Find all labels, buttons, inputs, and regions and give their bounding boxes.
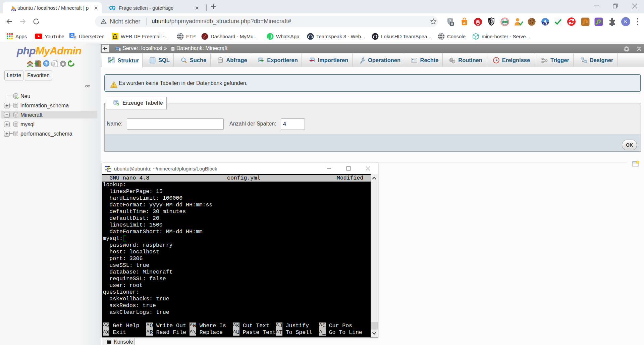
svg-text:?: ?: [45, 61, 48, 66]
svg-text:0: 0: [451, 22, 453, 26]
svg-text:A: A: [543, 19, 548, 26]
svg-text:G: G: [71, 34, 73, 37]
svg-text:PMA: PMA: [11, 9, 16, 11]
svg-text:D: D: [491, 20, 493, 23]
svg-text:a: a: [463, 20, 466, 25]
